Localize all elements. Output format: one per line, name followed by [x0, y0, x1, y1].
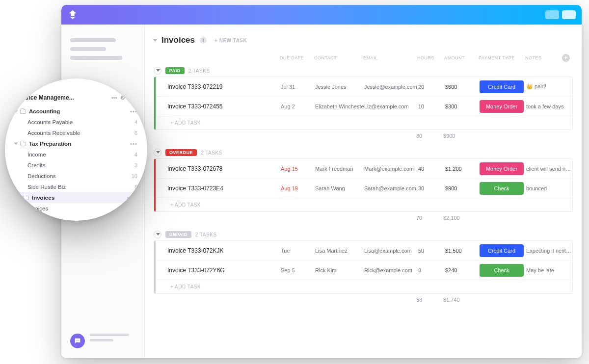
list-count: 6	[134, 130, 137, 136]
task-due-date[interactable]: Aug 2	[281, 104, 315, 109]
payment-type-button[interactable]: Credit Card	[480, 80, 524, 93]
task-notes[interactable]: Expecting it next week	[526, 248, 572, 254]
task-name[interactable]: Invoice T333-0723E4	[165, 185, 281, 192]
task-notes[interactable]: 👑 paid!	[526, 83, 572, 90]
task-due-date[interactable]: Aug 15	[281, 166, 315, 172]
task-notes[interactable]: took a few days	[526, 104, 572, 109]
status-pill[interactable]: UNPAID	[165, 231, 191, 238]
task-name[interactable]: Invoice T333-072455	[165, 103, 281, 110]
sidebar-list-item[interactable]: Credits3	[15, 160, 137, 171]
add-task-button[interactable]: + ADD TASK	[156, 116, 572, 130]
task-amount[interactable]: $300	[445, 104, 480, 109]
task-due-date[interactable]: Tue	[281, 248, 315, 254]
task-contact[interactable]: Mark Freedman	[315, 166, 364, 172]
payment-type-button[interactable]: Check	[480, 264, 524, 277]
sidebar-list-item[interactable]: Accounts Payable4	[15, 117, 137, 128]
sidebar-folder[interactable]: Tax Preparation•••	[15, 138, 137, 149]
task-name[interactable]: Invoice T333-072219	[165, 83, 281, 90]
group-collapse-button[interactable]	[154, 231, 161, 238]
task-amount[interactable]: $1,500	[445, 248, 480, 254]
task-hours[interactable]: 8	[418, 267, 445, 273]
task-email[interactable]: Lisa@example.com	[364, 248, 418, 254]
task-contact[interactable]: Rick Kim	[315, 267, 364, 273]
list-count: 3	[134, 162, 137, 168]
payment-type-button[interactable]: Credit Card	[480, 244, 524, 257]
collapse-chevron-icon[interactable]	[153, 39, 158, 42]
window-minimize-button[interactable]	[545, 10, 559, 19]
task-contact[interactable]: Jessie Jones	[315, 84, 364, 90]
col-due-date[interactable]: DUE DATE	[280, 55, 314, 60]
list-label: Accounts Receivable	[27, 130, 80, 136]
payment-type-button[interactable]: Money Order	[480, 162, 524, 175]
list-label: Credits	[27, 162, 45, 168]
task-name[interactable]: Invoice T333-072KJK	[165, 247, 281, 254]
col-hours[interactable]: HOURS	[417, 55, 444, 60]
task-row[interactable]: Invoice T333-0723E4Aug 19Sarah WangSarah…	[156, 179, 572, 198]
new-task-button[interactable]: + NEW TASK	[214, 38, 247, 43]
folder-icon	[20, 109, 26, 114]
sidebar-list-item[interactable]: Income4	[15, 149, 137, 160]
task-hours[interactable]: 40	[418, 166, 445, 172]
task-amount[interactable]: $240	[445, 267, 480, 273]
chat-fab[interactable]	[70, 334, 85, 348]
task-amount[interactable]: $600	[445, 84, 480, 90]
task-row[interactable]: Invoice T333-072455Aug 2Elizabeth Winche…	[156, 97, 572, 116]
payment-type-button[interactable]: Check	[480, 182, 524, 195]
task-email[interactable]: Jessie@example.com	[364, 84, 418, 90]
task-hours[interactable]: 20	[418, 84, 445, 90]
task-hours[interactable]: 30	[418, 185, 445, 191]
sidebar-list-item[interactable]: Deductions10	[15, 171, 137, 182]
task-group-unpaid: UNPAID2 TASKSInvoice T333-072KJKTueLisa …	[154, 229, 573, 306]
task-due-date[interactable]: Jul 31	[281, 84, 315, 90]
task-amount[interactable]: $1,200	[445, 166, 480, 172]
task-email[interactable]: Rick@example.com	[364, 267, 418, 273]
folder-label: Tax Preparation	[29, 141, 71, 147]
task-name[interactable]: Invoice T333-072678	[165, 165, 281, 172]
task-row[interactable]: Invoice T333-072678Aug 15Mark FreedmanMa…	[156, 159, 572, 179]
task-due-date[interactable]: Aug 19	[281, 185, 315, 191]
folder-more-icon[interactable]: •••	[130, 141, 137, 147]
col-contact[interactable]: CONTACT	[314, 55, 363, 60]
add-task-button[interactable]: + ADD TASK	[156, 280, 572, 293]
column-headers: DUE DATE CONTACT EMAIL HOURS AMOUNT PAYM…	[154, 52, 573, 65]
task-notes[interactable]: bounced	[526, 185, 572, 191]
sidebar-folder[interactable]: Invoices•••	[15, 192, 137, 203]
col-payment[interactable]: PAYMENT TYPE	[479, 55, 525, 60]
window-maximize-button[interactable]	[562, 10, 576, 19]
task-notes[interactable]: client will send next wk	[526, 166, 572, 172]
space-more-icon[interactable]: •••	[111, 95, 117, 101]
task-name[interactable]: Invoice T333-072Y6G	[165, 267, 281, 274]
sidebar-folder[interactable]: Accounting•••	[15, 106, 137, 117]
task-row[interactable]: Invoice T333-072Y6GSep 5Rick KimRick@exa…	[156, 260, 572, 280]
space-name[interactable]: Finance Manageme...	[15, 94, 74, 101]
task-row[interactable]: Invoice T333-072219Jul 31Jessie JonesJes…	[156, 77, 572, 97]
status-pill[interactable]: PAID	[165, 67, 185, 74]
info-icon[interactable]: i	[200, 37, 207, 44]
task-hours[interactable]: 50	[418, 248, 445, 254]
group-collapse-button[interactable]	[154, 149, 161, 156]
task-hours[interactable]: 10	[418, 104, 445, 109]
task-contact[interactable]: Sarah Wang	[315, 185, 364, 191]
task-contact[interactable]: Lisa Martinez	[315, 248, 364, 254]
task-contact[interactable]: Elizabeth Wincheste	[315, 104, 364, 109]
task-amount[interactable]: $900	[445, 185, 480, 191]
payment-type-button[interactable]: Money Order	[480, 100, 524, 113]
col-amount[interactable]: AMOUNT	[444, 55, 479, 60]
task-email[interactable]: Sarah@example.com	[364, 185, 418, 191]
task-email[interactable]: Liz@example.com	[364, 104, 418, 109]
status-pill[interactable]: OVERDUE	[165, 149, 197, 156]
task-notes[interactable]: May be late	[526, 267, 572, 273]
col-email[interactable]: EMAIL	[363, 55, 417, 60]
task-email[interactable]: Mark@example.com	[364, 166, 418, 172]
task-row[interactable]: Invoice T333-072KJKTueLisa MartinezLisa@…	[156, 241, 572, 260]
add-task-button[interactable]: + ADD TASK	[156, 198, 572, 211]
folder-icon	[20, 142, 26, 146]
add-column-button[interactable]: +	[562, 54, 570, 62]
group-collapse-button[interactable]	[154, 67, 161, 75]
sidebar-list-item[interactable]: Side Hustle Biz6	[15, 182, 137, 192]
col-notes[interactable]: NOTES	[525, 55, 562, 60]
svg-point-2	[78, 340, 79, 340]
list-label: Invoices	[27, 206, 48, 211]
sidebar-list-item[interactable]: Accounts Receivable6	[15, 128, 137, 138]
task-due-date[interactable]: Sep 5	[281, 267, 315, 273]
